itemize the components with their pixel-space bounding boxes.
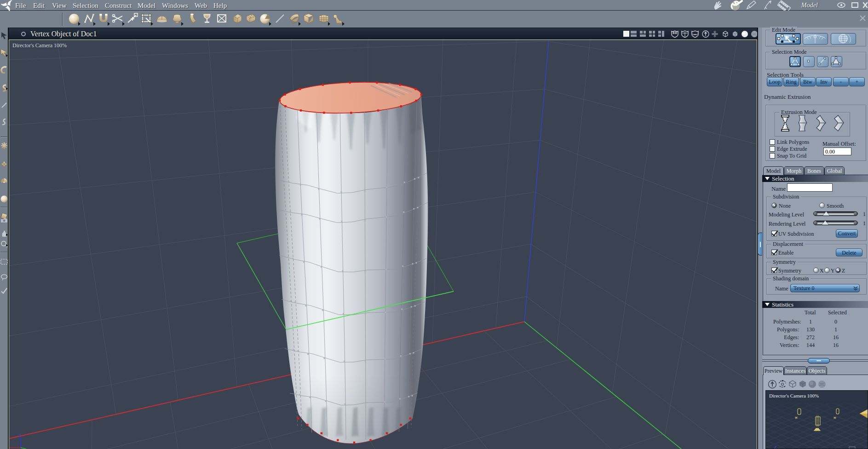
svg-text:Director's Camera 100%: Director's Camera 100% — [769, 393, 819, 398]
svg-text:Z: Z — [774, 445, 777, 449]
svg-text:Z: Z — [18, 433, 21, 438]
